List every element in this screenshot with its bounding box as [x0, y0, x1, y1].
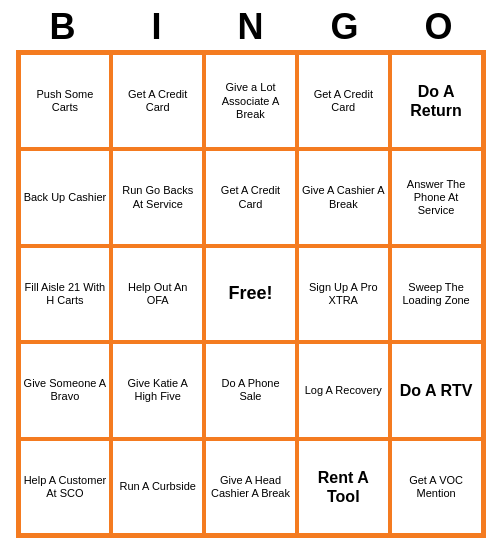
bingo-cell-21[interactable]: Run A Curbside	[111, 439, 204, 535]
bingo-cell-12[interactable]: Free!	[204, 246, 297, 342]
bingo-cell-4[interactable]: Do A Return	[390, 53, 483, 149]
bingo-cell-15[interactable]: Give Someone A Bravo	[19, 342, 112, 438]
bingo-cell-18[interactable]: Log A Recovery	[297, 342, 390, 438]
letter-n: N	[208, 6, 294, 48]
letter-b: B	[20, 6, 106, 48]
bingo-title: B I N G O	[16, 0, 486, 50]
bingo-grid: Push Some CartsGet A Credit CardGive a L…	[16, 50, 486, 538]
bingo-cell-6[interactable]: Run Go Backs At Service	[111, 149, 204, 245]
letter-o: O	[396, 6, 482, 48]
letter-g: G	[302, 6, 388, 48]
bingo-cell-20[interactable]: Help A Customer At SCO	[19, 439, 112, 535]
bingo-cell-19[interactable]: Do A RTV	[390, 342, 483, 438]
bingo-cell-11[interactable]: Help Out An OFA	[111, 246, 204, 342]
bingo-cell-16[interactable]: Give Katie A High Five	[111, 342, 204, 438]
bingo-cell-13[interactable]: Sign Up A Pro XTRA	[297, 246, 390, 342]
bingo-cell-14[interactable]: Sweep The Loading Zone	[390, 246, 483, 342]
bingo-cell-22[interactable]: Give A Head Cashier A Break	[204, 439, 297, 535]
bingo-cell-1[interactable]: Get A Credit Card	[111, 53, 204, 149]
bingo-cell-7[interactable]: Get A Credit Card	[204, 149, 297, 245]
bingo-cell-23[interactable]: Rent A Tool	[297, 439, 390, 535]
bingo-cell-0[interactable]: Push Some Carts	[19, 53, 112, 149]
bingo-cell-8[interactable]: Give A Cashier A Break	[297, 149, 390, 245]
letter-i: I	[114, 6, 200, 48]
bingo-cell-9[interactable]: Answer The Phone At Service	[390, 149, 483, 245]
bingo-cell-10[interactable]: Fill Aisle 21 With H Carts	[19, 246, 112, 342]
bingo-cell-3[interactable]: Get A Credit Card	[297, 53, 390, 149]
bingo-cell-2[interactable]: Give a Lot Associate A Break	[204, 53, 297, 149]
bingo-cell-17[interactable]: Do A Phone Sale	[204, 342, 297, 438]
bingo-cell-5[interactable]: Back Up Cashier	[19, 149, 112, 245]
bingo-cell-24[interactable]: Get A VOC Mention	[390, 439, 483, 535]
